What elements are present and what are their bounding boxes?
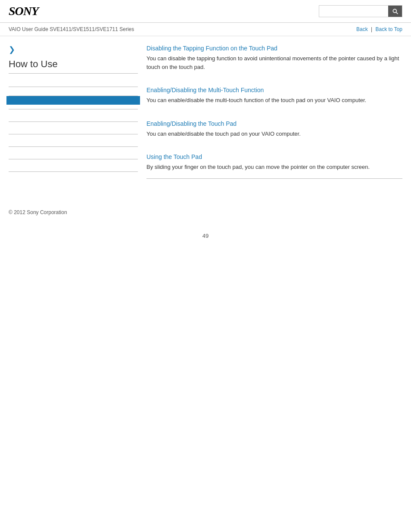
sidebar-extra-lines <box>9 109 138 172</box>
guide-title: VAIO User Guide SVE1411/SVE1511/SVE1711 … <box>9 26 134 32</box>
expand-icon[interactable]: ❯ <box>9 45 15 54</box>
page-number: 49 <box>0 228 411 243</box>
sidebar-line-2 <box>9 121 138 122</box>
sidebar-title: How to Use <box>9 59 138 74</box>
content-item-2-desc: You can enable/disable the multi-touch f… <box>146 96 402 105</box>
search-box <box>319 5 402 17</box>
content-item-2: Enabling/Disabling the Multi-Touch Funct… <box>146 87 402 112</box>
page-header: SONY <box>0 0 411 23</box>
sidebar-line-5 <box>9 159 138 159</box>
sidebar-line-1 <box>9 109 138 109</box>
search-icon <box>392 8 399 15</box>
content-item-1-desc: You can disable the tapping function to … <box>146 54 402 71</box>
content-area: Disabling the Tapping Function on the To… <box>146 45 402 187</box>
page-footer: © 2012 Sony Corporation <box>0 196 411 220</box>
sidebar-item-3-active[interactable] <box>6 96 140 105</box>
back-link[interactable]: Back <box>356 26 368 32</box>
search-button[interactable] <box>388 6 402 17</box>
sidebar: ❯ How to Use <box>9 45 138 187</box>
content-item-1: Disabling the Tapping Function on the To… <box>146 45 402 78</box>
sidebar-line-3 <box>9 134 138 134</box>
main-content: ❯ How to Use Disabling the Tapping Funct… <box>0 36 411 196</box>
sony-logo: SONY <box>9 4 38 18</box>
content-item-1-title[interactable]: Disabling the Tapping Function on the To… <box>146 45 402 52</box>
nav-separator: | <box>371 26 372 32</box>
sidebar-line-6 <box>9 171 138 172</box>
copyright: © 2012 Sony Corporation <box>9 209 67 215</box>
nav-links: Back | Back to Top <box>356 26 402 32</box>
content-item-3-desc: You can enable/disable the touch pad on … <box>146 130 402 138</box>
back-to-top-link[interactable]: Back to Top <box>376 26 402 32</box>
sidebar-item-2[interactable] <box>9 87 138 96</box>
content-item-2-title[interactable]: Enabling/Disabling the Multi-Touch Funct… <box>146 87 402 93</box>
content-item-4-title[interactable]: Using the Touch Pad <box>146 153 402 160</box>
search-input[interactable] <box>319 6 388 16</box>
sub-header: VAIO User Guide SVE1411/SVE1511/SVE1711 … <box>0 23 411 36</box>
sidebar-line-4 <box>9 146 138 147</box>
content-item-4-desc: By sliding your finger on the touch pad,… <box>146 163 402 171</box>
content-item-4: Using the Touch Pad By sliding your fing… <box>146 153 402 179</box>
content-item-3: Enabling/Disabling the Touch Pad You can… <box>146 120 402 145</box>
sidebar-item-1[interactable] <box>9 78 138 87</box>
content-item-3-title[interactable]: Enabling/Disabling the Touch Pad <box>146 120 402 127</box>
